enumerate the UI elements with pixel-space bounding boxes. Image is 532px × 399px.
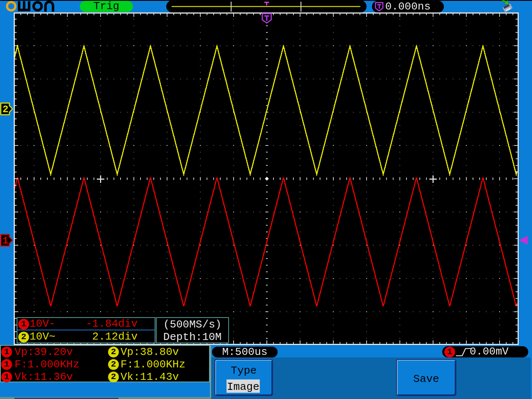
svg-text:2: 2 <box>2 104 8 115</box>
svg-text:1: 1 <box>2 235 8 246</box>
